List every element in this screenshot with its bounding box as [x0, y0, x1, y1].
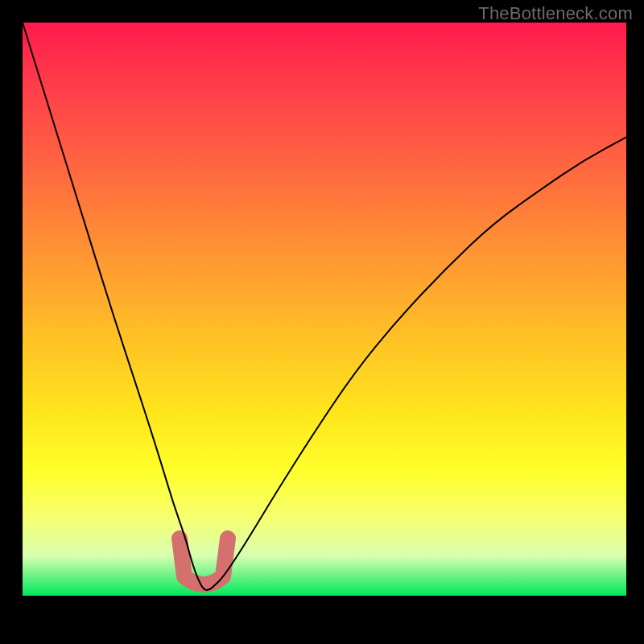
- plot-area: [23, 23, 626, 596]
- bottleneck-curve: [23, 23, 626, 590]
- chart-svg: [23, 23, 626, 596]
- chart-stage: TheBottleneck.com: [0, 0, 644, 644]
- watermark-text: TheBottleneck.com: [478, 3, 633, 24]
